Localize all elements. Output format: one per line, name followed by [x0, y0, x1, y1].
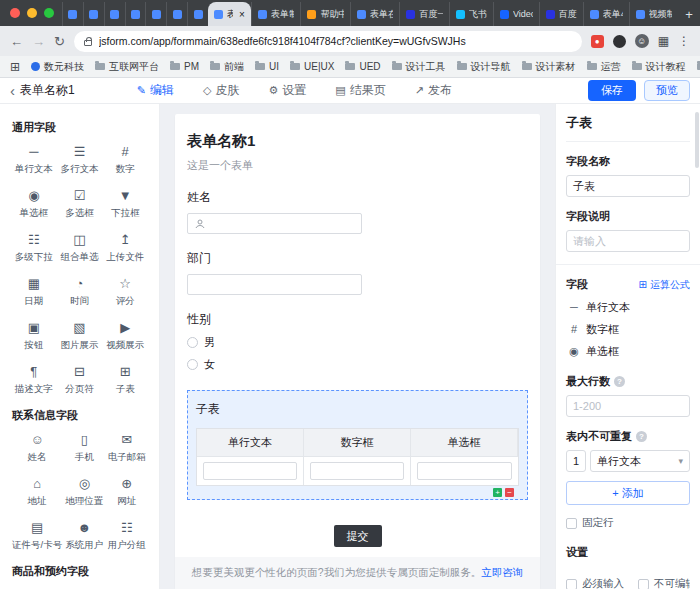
- save-button[interactable]: 保存: [588, 80, 636, 101]
- add-row-button[interactable]: +: [493, 488, 502, 497]
- checkbox-icon[interactable]: [566, 579, 577, 589]
- browser-tab[interactable]: 表单在: [350, 2, 400, 26]
- browser-tab[interactable]: 表单制: [251, 2, 301, 26]
- add-rule-button[interactable]: + 添加: [566, 481, 690, 505]
- palette-item-description-text[interactable]: ¶描述文字: [12, 365, 56, 396]
- browser-tab[interactable]: 帮助中: [300, 2, 350, 26]
- browser-tab[interactable]: [62, 2, 83, 26]
- browser-tab[interactable]: 视频制: [629, 2, 679, 26]
- checkbox-icon[interactable]: [638, 579, 649, 589]
- palette-item-image-display[interactable]: ▧图片展示: [58, 321, 102, 352]
- bookmark-folder[interactable]: 运营: [587, 60, 621, 74]
- avatar-icon[interactable]: ☺: [635, 34, 649, 48]
- field-desc-input[interactable]: 请输入: [566, 230, 690, 252]
- palette-item-time[interactable]: ◔时间: [58, 277, 102, 308]
- browser-tab-active[interactable]: 表 ×: [208, 2, 251, 26]
- scrollbar-thumb[interactable]: [695, 112, 699, 168]
- bookmark-folder[interactable]: 前端: [210, 60, 244, 74]
- address-bar[interactable]: jsform.com/app/formmain/638edfe6fc918f41…: [74, 31, 582, 52]
- radio-icon[interactable]: [187, 337, 198, 348]
- subform-cell-input[interactable]: [203, 462, 297, 480]
- bookmark-folder[interactable]: 互联网平台: [95, 60, 159, 74]
- new-tab-button[interactable]: +: [678, 2, 700, 26]
- help-icon[interactable]: ?: [614, 376, 625, 387]
- palette-item-user-group[interactable]: ☷用户分组: [107, 521, 147, 552]
- browser-tab[interactable]: 百度-: [539, 2, 583, 26]
- browser-tab[interactable]: [83, 2, 104, 26]
- help-icon[interactable]: ?: [636, 431, 647, 442]
- max-rows-input[interactable]: 1-200: [566, 395, 690, 417]
- palette-item-single-line-text[interactable]: ─单行文本: [12, 145, 56, 176]
- palette-item-rating[interactable]: ☆评分: [103, 277, 147, 308]
- bookmark-folder[interactable]: UE|UX: [290, 61, 334, 72]
- palette-item-name[interactable]: ☺姓名: [12, 433, 62, 464]
- subform-cell-input[interactable]: [310, 462, 404, 480]
- radio-option-female[interactable]: 女: [187, 357, 528, 372]
- form-field-gender[interactable]: 性别 男 女: [187, 311, 528, 372]
- palette-item-subform[interactable]: ⊞子表: [103, 365, 147, 396]
- palette-item-checkbox[interactable]: ☑多选框: [58, 189, 102, 220]
- bookmark-folder[interactable]: UI: [255, 61, 279, 72]
- palette-item-mobile[interactable]: ▯手机: [64, 433, 104, 464]
- form-field-subform-selected[interactable]: 子表 单行文本 数字框 单选框 + −: [187, 390, 528, 500]
- browser-tab[interactable]: [104, 2, 125, 26]
- palette-item-radio[interactable]: ◉单选框: [12, 189, 56, 220]
- palette-item-system-user[interactable]: ☻系统用户: [64, 521, 104, 552]
- radio-option-male[interactable]: 男: [187, 335, 528, 350]
- subform-cell-input[interactable]: [417, 462, 512, 480]
- palette-item-date[interactable]: ▦日期: [12, 277, 56, 308]
- back-to-forms[interactable]: ‹ 表单名称1: [10, 82, 75, 99]
- bookmark-folder[interactable]: 设计导航: [457, 60, 511, 74]
- apps-grid-icon[interactable]: ▦: [658, 35, 669, 47]
- palette-item-page-break[interactable]: ⊟分页符: [58, 365, 102, 396]
- bookmark-folder[interactable]: 平面设计: [697, 60, 700, 74]
- submit-button[interactable]: 提交: [334, 525, 382, 547]
- tab-publish[interactable]: ↗发布: [415, 82, 452, 99]
- tab-results[interactable]: ▤结果页: [335, 82, 385, 99]
- palette-item-number[interactable]: #数字: [103, 145, 147, 176]
- fixed-row-checkbox-row[interactable]: 固定行: [566, 516, 690, 530]
- refresh-icon[interactable]: ↻: [54, 35, 65, 48]
- palette-item-address[interactable]: ⌂地址: [12, 477, 62, 508]
- palette-item-geolocation[interactable]: ◎地理位置: [64, 477, 104, 508]
- palette-item-multi-line-text[interactable]: ☰多行文本: [58, 145, 102, 176]
- field-name-input[interactable]: 子表: [566, 175, 690, 197]
- palette-item-combo-radio[interactable]: ◫组合单选: [58, 233, 102, 264]
- checkbox-icon[interactable]: [566, 518, 577, 529]
- subfield-item-radio[interactable]: ◉单选框: [566, 340, 690, 362]
- kebab-menu-icon[interactable]: ⋮: [678, 35, 690, 47]
- palette-item-file-upload[interactable]: ↥上传文件: [103, 233, 147, 264]
- bookmark-folder[interactable]: UED: [345, 61, 380, 72]
- palette-item-email[interactable]: ✉电子邮箱: [107, 433, 147, 464]
- browser-tab[interactable]: Video: [493, 2, 539, 26]
- bookmark-folder[interactable]: PM: [170, 61, 199, 72]
- back-icon[interactable]: ←: [10, 35, 23, 48]
- close-window-button[interactable]: [10, 8, 20, 18]
- page-url[interactable]: jsform.com/app/formmain/638edfe6fc918f41…: [99, 35, 466, 47]
- palette-item-button[interactable]: ▣按钮: [12, 321, 56, 352]
- palette-item-dropdown[interactable]: ▼下拉框: [103, 189, 147, 220]
- subfield-item-single-line-text[interactable]: ─单行文本: [566, 296, 690, 318]
- required-checkbox-row[interactable]: 必须输入: [566, 577, 638, 589]
- preview-button[interactable]: 预览: [644, 80, 690, 101]
- browser-tab[interactable]: [187, 2, 208, 26]
- radio-icon[interactable]: [187, 359, 198, 370]
- zoom-window-button[interactable]: [44, 8, 54, 18]
- palette-item-id-card[interactable]: ▤证件号/卡号: [12, 521, 62, 552]
- bookmark-item[interactable]: 数元科技: [31, 60, 84, 74]
- tab-settings[interactable]: ⚙设置: [268, 82, 306, 99]
- tab-edit[interactable]: ✎编辑: [137, 82, 174, 99]
- palette-item-video-display[interactable]: ▶视频展示: [103, 321, 147, 352]
- remove-row-button[interactable]: −: [505, 488, 514, 497]
- browser-tab[interactable]: [145, 2, 166, 26]
- tab-skin[interactable]: ◇皮肤: [203, 82, 239, 99]
- bookmark-folder[interactable]: 设计工具: [392, 60, 446, 74]
- formula-link[interactable]: ⊞运算公式: [639, 278, 690, 292]
- minimize-window-button[interactable]: [27, 8, 37, 18]
- browser-tab[interactable]: 百度一: [399, 2, 449, 26]
- apps-shortcut-icon[interactable]: ⊞: [10, 61, 20, 73]
- bookmark-folder[interactable]: 设计素材: [522, 60, 576, 74]
- adblock-icon[interactable]: [613, 35, 626, 48]
- unique-field-select[interactable]: 单行文本▾: [590, 450, 690, 472]
- readonly-checkbox-row[interactable]: 不可编辑: [638, 577, 690, 589]
